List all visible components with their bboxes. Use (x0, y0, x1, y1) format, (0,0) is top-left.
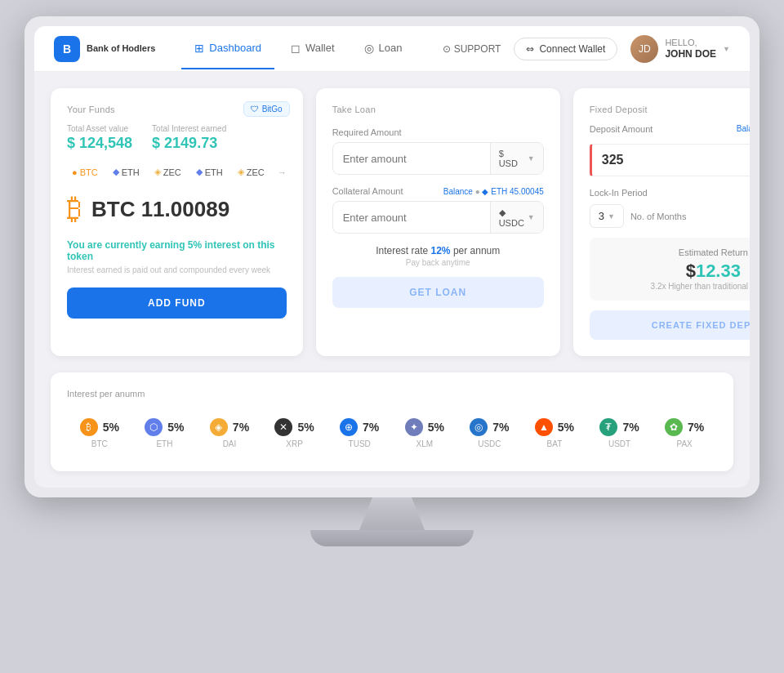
nav-wallet-label: Wallet (305, 42, 335, 54)
interest-coin-name-xlm: XLM (416, 439, 433, 448)
get-loan-button[interactable]: GET LOAN (332, 277, 544, 308)
months-chevron-icon: ▼ (608, 212, 615, 221)
crypto-tab-btc[interactable]: ● BTC (67, 166, 103, 179)
interest-coin-name-pax: PAX (676, 439, 692, 448)
interest-item-dai: ◈ 7% DAI (200, 412, 259, 455)
interest-rate-usdc: 7% (492, 421, 509, 434)
interest-rate-bat: 5% (558, 421, 574, 434)
monitor-stand (310, 497, 474, 546)
interest-item-btc: ₿ 5% BTC (70, 412, 129, 455)
loan-card: Take Loan Required Amount $ USD ▼ Collat… (316, 88, 560, 356)
collateral-label: Collateral Amount (332, 186, 403, 196)
interest-title: Interest per anumm (67, 389, 717, 399)
funds-stats: Total Asset value $ 124,548 Total Intere… (67, 124, 287, 152)
coin-icon-pax: ✿ (665, 418, 683, 436)
interest-item-xrp: ✕ 5% XRP (265, 412, 323, 455)
bitgo-shield-icon: 🛡 (251, 105, 259, 114)
main-content: Your Funds 🛡 BitGo Total Asset value $ 1… (34, 72, 750, 372)
deposit-header: Deposit Amount Balance ● ◆ ETH 45.00045 (590, 124, 750, 139)
total-interest-value: $ 2149.73 (152, 135, 226, 152)
connect-wallet-button[interactable]: ⇔ Connect Wallet (514, 38, 617, 60)
create-fixed-deposit-button[interactable]: CREATE FIXED DEPOSIT (590, 310, 750, 340)
nav-item-wallet[interactable]: ◻ Wallet (278, 29, 348, 69)
total-interest-label: Total Interest earned (152, 124, 226, 133)
earning-sub: Interest earned is paid out and compound… (67, 265, 287, 274)
support-icon: ⊙ (443, 43, 451, 55)
crypto-tab-zec2[interactable]: ◈ ZEC (233, 165, 270, 179)
collateral-input-row: ◆ USDC ▼ (332, 201, 544, 234)
coin-icon-bat: ▲ (535, 418, 553, 436)
interest-rate-xlm: 5% (428, 421, 444, 434)
coin-icon-xlm: ✦ (405, 418, 423, 436)
add-fund-button[interactable]: ADD FUND (67, 287, 287, 319)
crypto-tab-zec1[interactable]: ◈ ZEC (149, 165, 186, 179)
total-interest-stat: Total Interest earned $ 2149.73 (152, 124, 226, 152)
crypto-tab-eth2[interactable]: ◆ ETH (191, 165, 228, 179)
logo: B Bank of Hodlers (54, 36, 155, 62)
interest-coin-name-eth: ETH (156, 439, 172, 448)
coin-icon-btc: ₿ (80, 418, 98, 436)
estimated-value: $12.33 (599, 261, 750, 282)
support-label: SUPPORT (454, 43, 501, 55)
coin-icon-dai: ◈ (210, 418, 228, 436)
monitor-wrapper: B Bank of Hodlers ⊞ Dashboard ◻ Wallet ◎… (24, 16, 760, 546)
interest-rate-pct: 12% (431, 245, 451, 256)
crypto-tab-eth[interactable]: ◆ ETH (108, 165, 145, 179)
btc-logo-icon: ₿ (67, 192, 82, 226)
coin-icon-tusd: ⊕ (340, 418, 358, 436)
deposit-card: Fixed Deposit Deposit Amount Balance ● ◆… (573, 88, 750, 356)
deposit-input-row: ◆ USDC ▼ (590, 144, 750, 176)
wallet-icon: ◻ (291, 42, 301, 55)
required-amount-input-row: $ USD ▼ (332, 142, 544, 175)
btc-display: ₿ BTC 11.00089 (67, 192, 287, 226)
earning-text: You are currently earning 5% interest on… (67, 239, 287, 262)
interest-coin-name-bat: BAT (547, 439, 563, 448)
avatar: JD (630, 35, 658, 63)
collateral-balance-row: Collateral Amount Balance ● ◆ ETH 45.000… (332, 186, 544, 196)
lock-period-row: 3 ▼ No. of Months @ 9% APR (590, 204, 750, 228)
nav-links: ⊞ Dashboard ◻ Wallet ◎ Loan (181, 29, 415, 69)
coin-icon-xrp: ✕ (274, 418, 292, 436)
collateral-balance-text: Balance ● ◆ ETH 45.00045 (443, 187, 544, 196)
user-info: HELLO, JOHN DOE (665, 37, 716, 61)
required-amount-input[interactable] (333, 145, 490, 173)
interest-rate-xrp: 5% (297, 421, 314, 434)
collateral-input[interactable] (333, 203, 490, 232)
navbar: B Bank of Hodlers ⊞ Dashboard ◻ Wallet ◎… (34, 26, 750, 72)
bitgo-label: BitGo (262, 105, 283, 114)
bitgo-badge: 🛡 BitGo (243, 101, 290, 117)
interest-item-eth: ⬡ 5% ETH (135, 412, 194, 455)
interest-coin-name-tusd: TUSD (349, 439, 371, 448)
deposit-balance: Balance ● ◆ ETH 45.00045 (737, 124, 750, 133)
loan-card-title: Take Loan (332, 105, 544, 114)
crypto-tabs: ● BTC ◆ ETH ◈ ZEC ◆ ETH ◈ ZEC (67, 165, 287, 179)
payback-text: Pay back anytime (332, 258, 544, 267)
coin-icon-eth: ⬡ (145, 418, 163, 436)
interest-rate-btc: 5% (103, 421, 119, 434)
interest-rate-eth: 5% (167, 421, 184, 434)
loan-icon: ◎ (364, 42, 374, 55)
nav-item-loan[interactable]: ◎ Loan (351, 29, 416, 69)
lock-period-label: Lock-In Period (590, 188, 750, 198)
nav-dashboard-label: Dashboard (209, 42, 261, 54)
deposit-amount-input[interactable] (592, 145, 750, 176)
support-button[interactable]: ⊙ SUPPORT (443, 43, 501, 55)
interest-rate-pax: 7% (688, 421, 704, 434)
nav-item-dashboard[interactable]: ⊞ Dashboard (181, 29, 274, 69)
user-area[interactable]: JD HELLO, JOHN DOE ▼ (630, 35, 730, 63)
collateral-currency-selector[interactable]: ◆ USDC ▼ (490, 202, 543, 233)
connect-icon: ⇔ (526, 43, 534, 55)
stand-neck (359, 497, 425, 530)
estimated-label: Estimated Return (599, 247, 750, 257)
interest-card: Interest per anumm ₿ 5% BTC ⬡ 5% ETH ◈ 7… (51, 372, 733, 471)
funds-card: Your Funds 🛡 BitGo Total Asset value $ 1… (51, 88, 303, 356)
interest-rate-tusd: 7% (363, 421, 379, 434)
interest-item-bat: ▲ 5% BAT (525, 412, 584, 455)
month-selector[interactable]: 3 ▼ (590, 204, 624, 228)
user-name: JOHN DOE (665, 48, 716, 61)
logo-text: Bank of Hodlers (87, 43, 155, 54)
interest-info: Interest rate 12% per annum Pay back any… (332, 245, 544, 267)
stand-base (310, 530, 474, 546)
required-currency-selector[interactable]: $ USD ▼ (490, 143, 543, 174)
interest-section: Interest per anumm ₿ 5% BTC ⬡ 5% ETH ◈ 7… (34, 372, 750, 488)
